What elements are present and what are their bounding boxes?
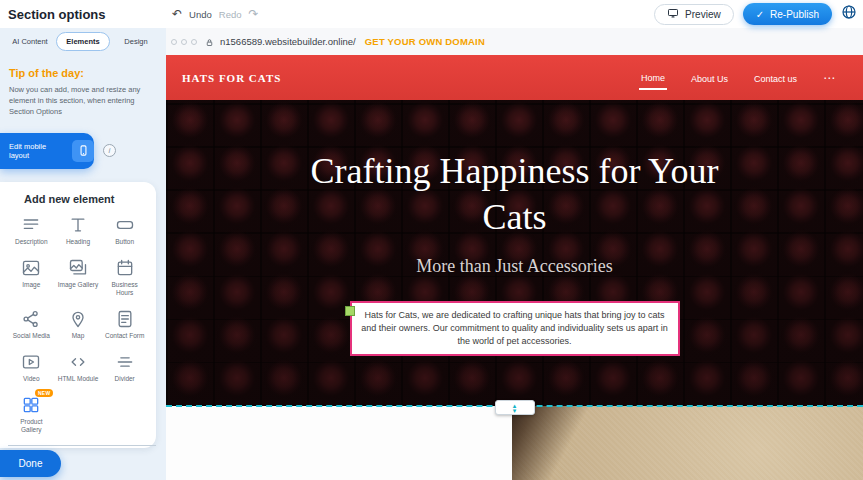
redo-button[interactable]: Redo	[219, 9, 242, 20]
browser-dot	[171, 39, 177, 45]
element-map[interactable]: Map	[55, 309, 102, 340]
element-video[interactable]: Video	[8, 352, 55, 383]
element-drag-handle[interactable]	[345, 306, 355, 316]
element-button[interactable]: Button	[101, 215, 148, 246]
image-gallery-icon	[67, 258, 89, 278]
toolbar-right: Preview ✓ Re-Publish	[654, 0, 857, 28]
element-image-gallery[interactable]: Image Gallery	[55, 258, 102, 297]
next-section	[166, 406, 863, 480]
element-contact-form[interactable]: Contact Form	[101, 309, 148, 340]
language-globe-icon[interactable]	[841, 4, 857, 24]
map-icon	[67, 309, 89, 329]
site-url: n1566589.websitebuilder.online/	[220, 36, 356, 47]
history-controls: ↶ Undo Redo ↷	[172, 0, 259, 28]
social-media-icon	[20, 309, 42, 329]
browser-dot	[181, 39, 187, 45]
sidebar-divider	[8, 445, 156, 446]
preview-label: Preview	[685, 9, 721, 20]
add-element-title: Add new element	[24, 193, 156, 205]
preview-button[interactable]: Preview	[654, 4, 734, 25]
preview-area: n1566589.websitebuilder.online/ GET YOUR…	[166, 28, 863, 480]
hero-description-text: Hats for Cats, we are dedicated to craft…	[361, 310, 668, 346]
element-divider[interactable]: Divider	[101, 352, 148, 383]
get-domain-link[interactable]: GET YOUR OWN DOMAIN	[365, 36, 485, 47]
section-resize-handle[interactable]: ▴ ▾	[495, 400, 535, 415]
business-hours-icon	[114, 258, 136, 278]
sidebar-tabs: AI Content Elements Design	[4, 32, 162, 51]
button-icon	[114, 215, 136, 235]
nav-about-us[interactable]: About Us	[689, 67, 730, 89]
tab-ai-content[interactable]: AI Content	[4, 32, 56, 51]
browser-bar: n1566589.websitebuilder.online/ GET YOUR…	[166, 28, 863, 55]
divider-icon	[114, 352, 136, 372]
html-module-icon	[67, 352, 89, 372]
tip-body: Now you can add, move and resize any ele…	[9, 85, 154, 118]
heading-icon	[67, 215, 89, 235]
check-icon: ✓	[756, 9, 764, 20]
video-icon	[20, 352, 42, 372]
element-social-media[interactable]: Social Media	[8, 309, 55, 340]
lock-icon	[205, 33, 214, 51]
page-title: Section options	[8, 7, 106, 22]
resize-down-icon: ▾	[513, 408, 517, 413]
element-description[interactable]: Description	[8, 215, 55, 246]
done-button[interactable]: Done	[0, 450, 61, 477]
nav-contact-us[interactable]: Contact us	[752, 67, 799, 89]
element-grid: Description Heading Button	[0, 215, 156, 435]
website-builder-app: Section options ↶ Undo Redo ↷ Preview ✓ …	[0, 0, 863, 480]
element-business-hours[interactable]: Business Hours	[101, 258, 148, 297]
image-icon	[20, 258, 42, 278]
mobile-phone-icon	[72, 140, 94, 162]
tip-title: Tip of the day:	[9, 67, 154, 79]
republish-button[interactable]: ✓ Re-Publish	[743, 3, 832, 25]
nav-more-icon[interactable]: ⋯	[821, 72, 837, 84]
contact-form-icon	[114, 309, 136, 329]
tab-elements[interactable]: Elements	[56, 32, 110, 51]
site-logo[interactable]: HATS FOR CATS	[182, 72, 281, 84]
edit-mobile-label: Edit mobile layout	[9, 142, 65, 160]
site-nav: Home About Us Contact us ⋯	[639, 66, 837, 90]
hero-heading[interactable]: Crafting Happiness for Your Cats	[280, 148, 750, 240]
hero-subheading[interactable]: More than Just Accessories	[416, 256, 612, 277]
nav-home[interactable]: Home	[639, 66, 667, 90]
republish-label: Re-Publish	[770, 9, 819, 20]
element-product-gallery[interactable]: NEW Product Gallery	[8, 395, 55, 434]
top-toolbar: Section options ↶ Undo Redo ↷ Preview ✓ …	[0, 0, 863, 28]
hero-section[interactable]: Crafting Happiness for Your Cats More th…	[166, 100, 863, 406]
tab-design[interactable]: Design	[110, 32, 162, 51]
element-image[interactable]: Image	[8, 258, 55, 297]
element-heading[interactable]: Heading	[55, 215, 102, 246]
hero-description-box[interactable]: Hats for Cats, we are dedicated to craft…	[350, 301, 680, 356]
edit-mobile-layout-button[interactable]: Edit mobile layout	[0, 133, 94, 169]
new-badge: NEW	[35, 389, 53, 397]
info-icon[interactable]: i	[103, 144, 116, 157]
product-gallery-icon: NEW	[20, 395, 42, 415]
description-icon	[20, 215, 42, 235]
add-element-panel: Add new element Description Heading	[0, 182, 156, 448]
edit-mobile-row: Edit mobile layout i	[0, 133, 166, 169]
section-options-sidebar: AI Content Elements Design Tip of the da…	[0, 28, 166, 480]
site-header: HATS FOR CATS Home About Us Contact us ⋯	[166, 55, 863, 100]
undo-button[interactable]: Undo	[189, 9, 212, 20]
tip-of-the-day: Tip of the day: Now you can add, move an…	[0, 51, 166, 118]
element-html-module[interactable]: HTML Module	[55, 352, 102, 383]
browser-dot	[191, 39, 197, 45]
next-section-blank	[166, 406, 512, 480]
redo-icon[interactable]: ↷	[249, 8, 259, 20]
undo-icon[interactable]: ↶	[172, 8, 182, 20]
next-section-cat-image[interactable]	[512, 406, 863, 480]
monitor-icon	[667, 7, 679, 21]
